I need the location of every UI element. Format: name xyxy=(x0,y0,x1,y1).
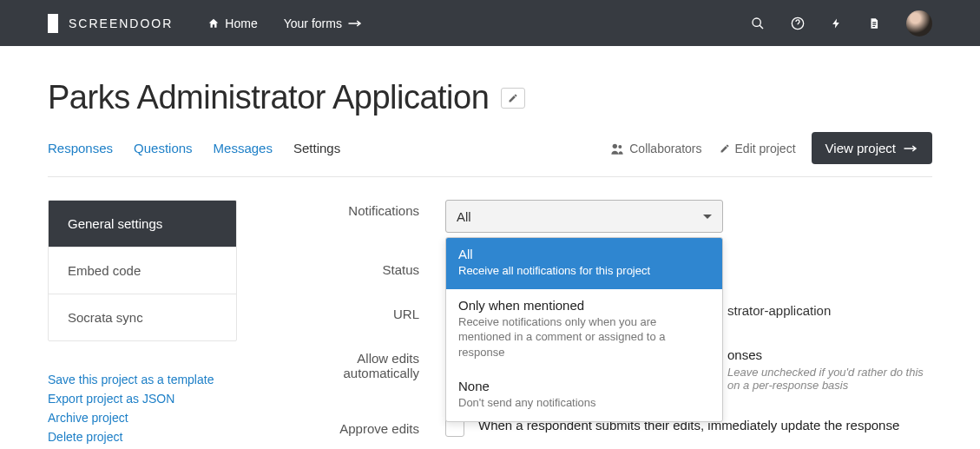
tabbar: Responses Questions Messages Settings Co… xyxy=(48,132,932,177)
pencil-icon xyxy=(720,143,730,154)
option-all-title: All xyxy=(458,247,710,261)
pencil-icon xyxy=(508,93,518,103)
view-project-label: View project xyxy=(825,141,896,155)
nav-forms[interactable]: Your forms xyxy=(284,17,363,30)
label-status: Status xyxy=(272,259,445,277)
option-none-desc: Don't send any notifications xyxy=(458,395,710,411)
action-collaborators-label: Collaborators xyxy=(629,142,701,155)
option-mentioned[interactable]: Only when mentioned Receive notification… xyxy=(446,289,722,371)
link-archive[interactable]: Archive project xyxy=(48,411,237,425)
svg-point-2 xyxy=(613,143,617,148)
tab-questions[interactable]: Questions xyxy=(134,141,193,155)
sidenav-socrata[interactable]: Socrata sync xyxy=(49,294,236,340)
tab-messages[interactable]: Messages xyxy=(214,141,273,155)
nav-forms-label: Your forms xyxy=(284,17,342,30)
action-edit-project-label: Edit project xyxy=(735,142,796,155)
option-all[interactable]: All Receive all notifications for this p… xyxy=(446,238,722,289)
page-title: Parks Administrator Application xyxy=(48,79,489,116)
allow-edits-text: onses xyxy=(727,347,932,362)
nav-home-label: Home xyxy=(225,17,257,30)
link-export-json[interactable]: Export project as JSON xyxy=(48,392,237,406)
option-mentioned-title: Only when mentioned xyxy=(458,298,710,313)
allow-edits-sub: Leave unchecked if you'd rather do this … xyxy=(727,366,932,392)
sidelinks: Save this project as a template Export p… xyxy=(48,373,237,444)
svg-point-3 xyxy=(619,145,622,149)
bolt-icon[interactable] xyxy=(831,17,842,30)
url-value: strator-application xyxy=(727,303,831,318)
people-icon xyxy=(610,142,624,155)
settings-form: Notifications All All Receive all notifi… xyxy=(272,200,932,449)
label-notifications: Notifications xyxy=(272,200,445,233)
brand[interactable]: SCREENDOOR xyxy=(48,14,173,33)
document-icon[interactable] xyxy=(868,17,880,30)
sidenav: General settings Embed code Socrata sync xyxy=(48,200,237,341)
action-edit-project[interactable]: Edit project xyxy=(720,142,796,155)
notifications-select-value: All xyxy=(457,209,471,224)
label-approve-edits: Approve edits xyxy=(272,418,445,437)
caret-down-icon xyxy=(703,215,712,219)
arrow-right-icon xyxy=(347,19,363,28)
label-allow-edits: Allow edits automatically xyxy=(272,347,445,392)
view-project-button[interactable]: View project xyxy=(812,132,932,164)
link-save-template[interactable]: Save this project as a template xyxy=(48,373,237,386)
svg-point-0 xyxy=(753,18,760,26)
link-delete[interactable]: Delete project xyxy=(48,430,237,444)
option-all-desc: Receive all notifications for this proje… xyxy=(458,263,710,279)
label-url: URL xyxy=(272,303,445,321)
sidenav-general[interactable]: General settings xyxy=(49,201,236,247)
home-icon xyxy=(207,17,220,30)
brand-mark-icon xyxy=(48,14,62,33)
edit-title-button[interactable] xyxy=(501,88,525,109)
help-icon[interactable] xyxy=(791,17,805,30)
search-icon[interactable] xyxy=(751,17,765,30)
option-none[interactable]: None Don't send any notifications xyxy=(446,370,722,421)
sidebar: General settings Embed code Socrata sync… xyxy=(48,200,237,449)
arrow-right-icon xyxy=(903,144,918,153)
page: Parks Administrator Application Response… xyxy=(0,46,980,449)
option-none-title: None xyxy=(458,379,710,393)
option-mentioned-desc: Receive notifications only when you are … xyxy=(458,314,710,360)
action-collaborators[interactable]: Collaborators xyxy=(610,142,701,155)
tab-responses[interactable]: Responses xyxy=(48,141,113,155)
notifications-select[interactable]: All xyxy=(445,200,723,233)
notifications-dropdown: All Receive all notifications for this p… xyxy=(445,237,723,422)
tab-settings[interactable]: Settings xyxy=(293,141,340,155)
brand-text: SCREENDOOR xyxy=(69,17,173,30)
topbar: SCREENDOOR Home Your forms xyxy=(0,0,980,46)
nav-home[interactable]: Home xyxy=(207,17,257,30)
avatar[interactable] xyxy=(906,10,932,36)
sidenav-embed[interactable]: Embed code xyxy=(49,247,236,294)
